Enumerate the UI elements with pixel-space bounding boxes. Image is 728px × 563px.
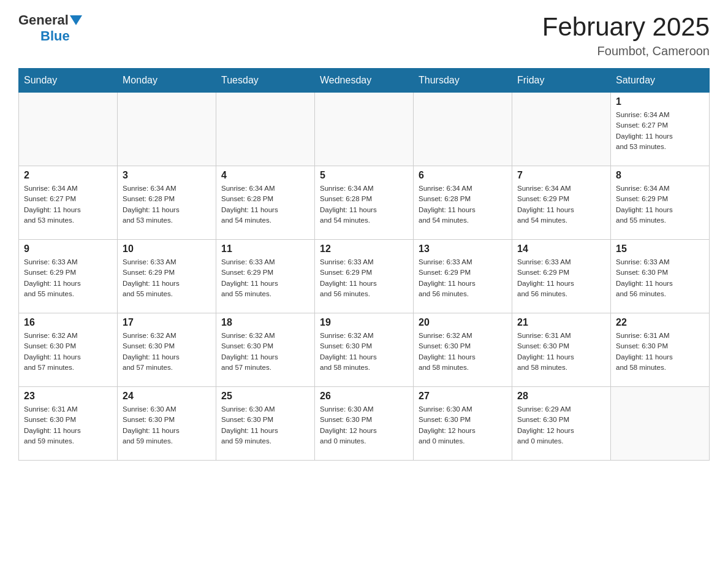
- day-info: Sunrise: 6:34 AMSunset: 6:29 PMDaylight:…: [517, 183, 605, 226]
- day-info: Sunrise: 6:30 AMSunset: 6:30 PMDaylight:…: [123, 404, 211, 446]
- day-info: Sunrise: 6:33 AMSunset: 6:29 PMDaylight:…: [123, 257, 211, 299]
- day-info: Sunrise: 6:33 AMSunset: 6:30 PMDaylight:…: [616, 257, 704, 299]
- day-info: Sunrise: 6:34 AMSunset: 6:27 PMDaylight:…: [24, 183, 112, 226]
- day-cell: 14Sunrise: 6:33 AMSunset: 6:29 PMDayligh…: [512, 240, 611, 313]
- day-cell: 24Sunrise: 6:30 AMSunset: 6:30 PMDayligh…: [118, 387, 216, 461]
- day-cell: 13Sunrise: 6:33 AMSunset: 6:29 PMDayligh…: [414, 240, 512, 313]
- day-cell: 25Sunrise: 6:30 AMSunset: 6:30 PMDayligh…: [216, 387, 315, 461]
- logo-triangle-icon: [70, 13, 83, 26]
- day-number: 3: [123, 170, 211, 181]
- day-cell: [315, 93, 414, 166]
- day-cell: 23Sunrise: 6:31 AMSunset: 6:30 PMDayligh…: [19, 387, 118, 461]
- day-cell: 22Sunrise: 6:31 AMSunset: 6:30 PMDayligh…: [611, 313, 710, 387]
- day-number: 19: [320, 317, 408, 328]
- header-day-thursday: Thursday: [414, 69, 512, 93]
- day-number: 26: [320, 391, 408, 402]
- day-number: 8: [616, 170, 704, 181]
- day-cell: 7Sunrise: 6:34 AMSunset: 6:29 PMDaylight…: [512, 166, 611, 240]
- day-number: 6: [419, 170, 507, 181]
- day-number: 24: [123, 391, 211, 402]
- header-day-monday: Monday: [118, 69, 216, 93]
- day-number: 15: [616, 243, 704, 255]
- day-number: 23: [24, 391, 112, 402]
- logo: General Blue: [18, 12, 83, 44]
- day-number: 7: [517, 170, 605, 181]
- location-title: Foumbot, Cameroon: [542, 44, 710, 58]
- day-number: 9: [24, 243, 112, 255]
- day-info: Sunrise: 6:33 AMSunset: 6:29 PMDaylight:…: [24, 257, 112, 299]
- day-number: 25: [221, 391, 309, 402]
- title-block: February 2025 Foumbot, Cameroon: [542, 12, 710, 58]
- day-cell: 3Sunrise: 6:34 AMSunset: 6:28 PMDaylight…: [118, 166, 216, 240]
- day-cell: [216, 93, 315, 166]
- day-number: 11: [221, 243, 309, 255]
- day-info: Sunrise: 6:31 AMSunset: 6:30 PMDaylight:…: [616, 331, 704, 373]
- day-cell: 18Sunrise: 6:32 AMSunset: 6:30 PMDayligh…: [216, 313, 315, 387]
- week-row-0: 1Sunrise: 6:34 AMSunset: 6:27 PMDaylight…: [19, 93, 710, 166]
- day-cell: 4Sunrise: 6:34 AMSunset: 6:28 PMDaylight…: [216, 166, 315, 240]
- day-cell: [118, 93, 216, 166]
- header-day-tuesday: Tuesday: [216, 69, 315, 93]
- calendar-header: SundayMondayTuesdayWednesdayThursdayFrid…: [19, 69, 710, 93]
- day-cell: 28Sunrise: 6:29 AMSunset: 6:30 PMDayligh…: [512, 387, 611, 461]
- day-info: Sunrise: 6:31 AMSunset: 6:30 PMDaylight:…: [24, 404, 112, 446]
- page-header: General Blue February 2025 Foumbot, Came…: [18, 12, 710, 58]
- day-cell: 8Sunrise: 6:34 AMSunset: 6:29 PMDaylight…: [611, 166, 710, 240]
- day-cell: 20Sunrise: 6:32 AMSunset: 6:30 PMDayligh…: [414, 313, 512, 387]
- day-info: Sunrise: 6:34 AMSunset: 6:28 PMDaylight:…: [123, 183, 211, 226]
- day-number: 18: [221, 317, 309, 328]
- day-info: Sunrise: 6:32 AMSunset: 6:30 PMDaylight:…: [419, 331, 507, 373]
- week-row-4: 23Sunrise: 6:31 AMSunset: 6:30 PMDayligh…: [19, 387, 710, 461]
- day-cell: 1Sunrise: 6:34 AMSunset: 6:27 PMDaylight…: [611, 93, 710, 166]
- day-number: 2: [24, 170, 112, 181]
- day-number: 12: [320, 243, 408, 255]
- day-info: Sunrise: 6:34 AMSunset: 6:28 PMDaylight:…: [320, 183, 408, 226]
- day-info: Sunrise: 6:33 AMSunset: 6:29 PMDaylight:…: [221, 257, 309, 299]
- day-cell: 16Sunrise: 6:32 AMSunset: 6:30 PMDayligh…: [19, 313, 118, 387]
- day-number: 14: [517, 243, 605, 255]
- day-info: Sunrise: 6:34 AMSunset: 6:29 PMDaylight:…: [616, 183, 704, 226]
- day-cell: 26Sunrise: 6:30 AMSunset: 6:30 PMDayligh…: [315, 387, 414, 461]
- day-number: 1: [616, 96, 704, 107]
- day-number: 27: [419, 391, 507, 402]
- day-number: 16: [24, 317, 112, 328]
- day-info: Sunrise: 6:34 AMSunset: 6:27 PMDaylight:…: [616, 110, 704, 152]
- day-number: 17: [123, 317, 211, 328]
- header-day-saturday: Saturday: [611, 69, 710, 93]
- day-cell: 15Sunrise: 6:33 AMSunset: 6:30 PMDayligh…: [611, 240, 710, 313]
- day-cell: 27Sunrise: 6:30 AMSunset: 6:30 PMDayligh…: [414, 387, 512, 461]
- day-cell: [512, 93, 611, 166]
- day-info: Sunrise: 6:32 AMSunset: 6:30 PMDaylight:…: [320, 331, 408, 373]
- day-number: 22: [616, 317, 704, 328]
- header-day-sunday: Sunday: [19, 69, 118, 93]
- day-cell: [19, 93, 118, 166]
- week-row-2: 9Sunrise: 6:33 AMSunset: 6:29 PMDaylight…: [19, 240, 710, 313]
- day-number: 21: [517, 317, 605, 328]
- day-cell: 11Sunrise: 6:33 AMSunset: 6:29 PMDayligh…: [216, 240, 315, 313]
- day-info: Sunrise: 6:30 AMSunset: 6:30 PMDaylight:…: [320, 404, 408, 446]
- calendar-body: 1Sunrise: 6:34 AMSunset: 6:27 PMDaylight…: [19, 93, 710, 461]
- week-row-3: 16Sunrise: 6:32 AMSunset: 6:30 PMDayligh…: [19, 313, 710, 387]
- day-info: Sunrise: 6:29 AMSunset: 6:30 PMDaylight:…: [517, 404, 605, 446]
- day-info: Sunrise: 6:34 AMSunset: 6:28 PMDaylight:…: [221, 183, 309, 226]
- calendar-table: SundayMondayTuesdayWednesdayThursdayFrid…: [18, 68, 710, 461]
- day-info: Sunrise: 6:32 AMSunset: 6:30 PMDaylight:…: [24, 331, 112, 373]
- day-cell: 10Sunrise: 6:33 AMSunset: 6:29 PMDayligh…: [118, 240, 216, 313]
- day-number: 4: [221, 170, 309, 181]
- header-row: SundayMondayTuesdayWednesdayThursdayFrid…: [19, 69, 710, 93]
- day-info: Sunrise: 6:30 AMSunset: 6:30 PMDaylight:…: [221, 404, 309, 446]
- logo-blue-text: Blue: [40, 28, 70, 44]
- day-info: Sunrise: 6:34 AMSunset: 6:28 PMDaylight:…: [419, 183, 507, 226]
- day-number: 28: [517, 391, 605, 402]
- day-cell: 5Sunrise: 6:34 AMSunset: 6:28 PMDaylight…: [315, 166, 414, 240]
- day-info: Sunrise: 6:33 AMSunset: 6:29 PMDaylight:…: [419, 257, 507, 299]
- header-day-wednesday: Wednesday: [315, 69, 414, 93]
- logo-general-text: General: [18, 12, 69, 28]
- day-info: Sunrise: 6:31 AMSunset: 6:30 PMDaylight:…: [517, 331, 605, 373]
- day-info: Sunrise: 6:32 AMSunset: 6:30 PMDaylight:…: [221, 331, 309, 373]
- day-number: 5: [320, 170, 408, 181]
- day-number: 10: [123, 243, 211, 255]
- day-cell: 6Sunrise: 6:34 AMSunset: 6:28 PMDaylight…: [414, 166, 512, 240]
- day-cell: [414, 93, 512, 166]
- day-cell: 9Sunrise: 6:33 AMSunset: 6:29 PMDaylight…: [19, 240, 118, 313]
